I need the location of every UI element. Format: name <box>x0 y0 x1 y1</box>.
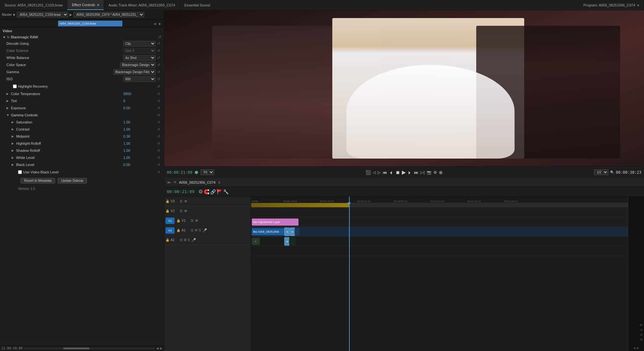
scroll-right-icon[interactable]: ▶ <box>160 346 163 350</box>
master-clip-select[interactable]: A054_08251201_C159.braw <box>17 12 68 17</box>
color-science-select[interactable]: Gen 4 <box>123 48 156 54</box>
color-temp-value[interactable]: 5850 <box>123 92 156 96</box>
wrench-btn[interactable]: 🔧 <box>223 189 229 194</box>
exposure-value[interactable]: 0.00 <box>123 106 156 110</box>
fx-reset-icon[interactable]: ↺ <box>158 35 161 39</box>
saturation-chevron[interactable]: ▶ <box>12 121 16 124</box>
a1-toggle-btn[interactable]: ☰ <box>191 229 194 232</box>
color-temp-reset[interactable]: ↺ <box>156 91 161 97</box>
tint-chevron[interactable]: ▶ <box>6 99 11 102</box>
collapse-panel-btn[interactable]: ≫ <box>167 180 171 185</box>
scroll-left-btn[interactable]: ◀ <box>154 22 156 25</box>
audio-clip-a1[interactable]: ▶ <box>252 238 260 245</box>
ripple-delete-btn[interactable]: ⚙ <box>198 189 203 195</box>
tint-reset[interactable]: ↺ <box>156 98 161 104</box>
scroll-track[interactable] <box>24 347 155 349</box>
midpoint-value[interactable]: 0.38 <box>123 134 156 138</box>
color-space-reset[interactable]: ↺ <box>156 62 161 68</box>
white-level-reset[interactable]: ↺ <box>156 155 161 161</box>
iso-reset[interactable]: ↺ <box>156 76 161 82</box>
trim-handle-left[interactable]: ⊲ <box>284 228 289 236</box>
shadow-rolloff-chevron[interactable]: ▶ <box>12 149 16 152</box>
v3-lock-icon[interactable]: 🔒 <box>166 200 169 203</box>
fx-enabled-icon[interactable]: fx <box>7 35 10 39</box>
v1-patch-btn[interactable]: V1 <box>166 218 175 224</box>
gamma-controls-reset[interactable]: ↺ <box>156 112 161 118</box>
tint-value[interactable]: 6 <box>123 99 156 103</box>
white-balance-select[interactable]: As Shot <box>123 55 156 61</box>
white-level-chevron[interactable]: ▶ <box>12 156 16 159</box>
gamma-select[interactable]: Blackmagic Design Film <box>113 69 156 75</box>
v2-lock-icon[interactable]: 🔒 <box>166 209 169 213</box>
exposure-reset[interactable]: ↺ <box>156 105 161 111</box>
midpoint-reset[interactable]: ↺ <box>156 133 161 139</box>
a2-lock-icon[interactable]: 🔒 <box>166 238 169 242</box>
trim-handle-right[interactable]: ⊳ <box>290 228 295 236</box>
clip-after-trim[interactable] <box>295 228 299 235</box>
mark-out-btn[interactable]: ◁ <box>373 170 376 175</box>
tab-essential-sound[interactable]: Essential Sound <box>180 0 215 10</box>
color-science-reset[interactable]: ↺ <box>156 48 161 54</box>
white-balance-reset[interactable]: ↺ <box>156 55 161 61</box>
scroll-left-icon[interactable]: ◀ <box>156 346 159 350</box>
fit-select[interactable]: Fit <box>201 170 214 175</box>
v1-eye-icon[interactable]: 👁 <box>195 219 199 223</box>
link-btn[interactable]: 🔗 <box>210 189 216 194</box>
decode-using-reset[interactable]: ↺ <box>156 41 161 46</box>
fraction-select[interactable]: 1/2 <box>594 170 608 175</box>
go-to-out-btn[interactable]: ▷| <box>421 170 424 175</box>
color-temp-chevron[interactable]: ▶ <box>6 92 11 95</box>
contrast-reset[interactable]: ↺ <box>156 126 161 132</box>
v3-eye-icon[interactable]: 👁 <box>184 199 188 204</box>
contrast-value[interactable]: 1.00 <box>123 127 156 131</box>
step-back-btn[interactable]: ⏮ <box>383 170 387 175</box>
highlight-rolloff-value[interactable]: 1.00 <box>123 141 156 145</box>
black-level-value[interactable]: 0.00 <box>123 163 156 167</box>
a1-patch-btn[interactable]: A1 <box>166 227 175 234</box>
v2-toggle-btn[interactable]: ☰ <box>180 209 183 213</box>
color-space-select[interactable]: Blackmagic Design <box>120 62 156 68</box>
shadow-rolloff-value[interactable]: 1.00 <box>123 149 156 152</box>
midpoint-chevron[interactable]: ▶ <box>12 135 16 138</box>
adjustment-layer-clip[interactable]: Bw Adjustment Layer <box>252 219 298 226</box>
v1-toggle-btn[interactable]: ☰ <box>191 219 194 222</box>
tab-program[interactable]: Program: A056_08251956_C074 ≡ <box>579 0 644 10</box>
black-level-reset[interactable]: ↺ <box>156 162 161 168</box>
tab-source[interactable]: Source: A054_08251201_C159.braw <box>0 0 67 10</box>
scroll-thumb[interactable] <box>63 347 89 349</box>
scrub-bar[interactable] <box>251 203 628 208</box>
audio-clip-after[interactable] <box>289 238 296 245</box>
timeline-menu-icon[interactable]: ≡ <box>218 180 220 185</box>
saturation-reset[interactable]: ↺ <box>156 119 161 125</box>
shadow-rolloff-reset[interactable]: ↺ <box>156 148 161 153</box>
v2-eye-icon[interactable]: 👁 <box>184 209 188 213</box>
highlight-recovery-checkbox[interactable] <box>13 84 17 88</box>
prev-frame-btn[interactable]: ⏴ <box>389 170 393 175</box>
highlight-rolloff-chevron[interactable]: ▶ <box>12 142 16 145</box>
gamma-reset[interactable]: ↺ <box>156 69 161 75</box>
go-to-in-btn[interactable]: ▷ <box>378 170 381 175</box>
next-frame-btn[interactable]: ⏵ <box>408 170 412 175</box>
use-video-black-level-checkbox[interactable] <box>18 170 22 174</box>
flag-btn[interactable]: 🚩 <box>217 189 222 194</box>
scroll-right-btn[interactable]: ▶ <box>159 22 161 25</box>
close-timeline-btn[interactable]: ✕ <box>174 180 176 184</box>
decode-using-select[interactable]: Clip <box>123 41 156 46</box>
white-level-value[interactable]: 1.00 <box>123 156 156 160</box>
revert-to-metadata-button[interactable]: Revert to Metadata <box>21 178 55 183</box>
play-btn[interactable]: ▶ <box>402 169 406 175</box>
secondary-clip-select[interactable]: A056_08251956_C074 * A054_08251201_C159.… <box>73 12 144 17</box>
audio-trim-handle[interactable]: ⊲ <box>284 237 289 246</box>
v3-toggle-btn[interactable]: ☰ <box>180 200 183 203</box>
mark-in-btn[interactable]: ⬛ <box>365 170 371 175</box>
a2-toggle-btn[interactable]: ☰ <box>180 238 183 242</box>
highlight-recovery-reset[interactable]: ↺ <box>156 83 161 89</box>
saturation-value[interactable]: 1.00 <box>123 120 156 124</box>
iso-select[interactable]: 800 <box>123 76 156 82</box>
stop-btn[interactable]: ⏹ <box>395 170 400 175</box>
highlight-rolloff-reset[interactable]: ↺ <box>156 141 161 146</box>
tab-effect-controls[interactable]: Effect Controls ≡ <box>67 0 104 10</box>
use-video-black-level-reset[interactable]: ↺ <box>156 169 161 175</box>
snap-btn[interactable]: 🧲 <box>204 189 209 194</box>
contrast-chevron[interactable]: ▶ <box>12 128 16 131</box>
